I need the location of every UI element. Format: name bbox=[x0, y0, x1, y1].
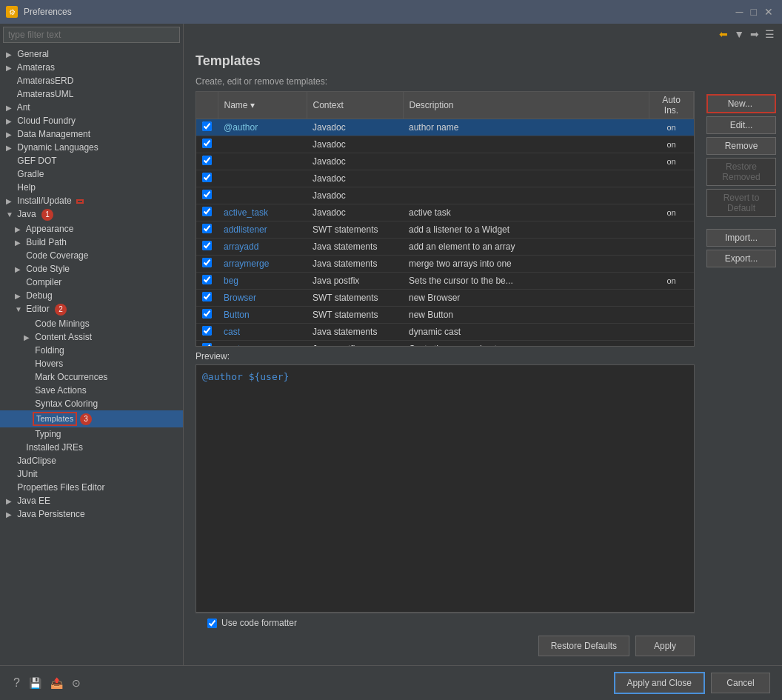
sidebar-item-syntaxcoloring[interactable]: Syntax Coloring bbox=[0, 397, 183, 410]
sidebar-item-help[interactable]: Help bbox=[0, 181, 183, 194]
code-formatter-checkbox-label[interactable]: Use code formatter bbox=[207, 618, 297, 628]
new-button[interactable]: New... bbox=[706, 94, 776, 113]
table-row[interactable]: arrayadd Java statements add an element … bbox=[196, 239, 694, 256]
maximize-button[interactable]: □ bbox=[748, 4, 760, 19]
back-dropdown-button[interactable]: ▼ bbox=[732, 27, 746, 41]
row-checkbox-cell[interactable] bbox=[196, 153, 218, 170]
table-row[interactable]: Javadoc on bbox=[196, 153, 694, 170]
table-row[interactable]: @author Javadoc author name on bbox=[196, 119, 694, 136]
row-checkbox-cell[interactable] bbox=[196, 324, 218, 341]
row-checkbox-cell[interactable] bbox=[196, 307, 218, 324]
row-checkbox[interactable] bbox=[202, 241, 212, 250]
row-checkbox[interactable] bbox=[202, 121, 212, 131]
sidebar-item-codeminings[interactable]: Code Minings bbox=[0, 317, 183, 330]
sidebar-item-javapersistence[interactable]: ▶ Java Persistence bbox=[0, 507, 183, 521]
sidebar-item-codecoverage[interactable]: Code Coverage bbox=[0, 249, 183, 262]
row-checkbox-cell[interactable] bbox=[196, 290, 218, 307]
sidebar-item-ant[interactable]: ▶ Ant bbox=[0, 101, 183, 114]
table-row[interactable]: cast Java statements dynamic cast bbox=[196, 324, 694, 341]
row-checkbox-cell[interactable] bbox=[196, 119, 218, 136]
row-checkbox-cell[interactable] bbox=[196, 221, 218, 239]
sidebar-item-contentassist[interactable]: ▶ Content Assist bbox=[0, 330, 183, 344]
table-row[interactable]: cast Java postfix Casts the expression t… bbox=[196, 341, 694, 347]
row-checkbox[interactable] bbox=[202, 207, 212, 216]
sidebar-item-debug[interactable]: ▶ Debug bbox=[0, 289, 183, 302]
edit-button[interactable]: Edit... bbox=[706, 116, 776, 134]
col-header-description[interactable]: Description bbox=[403, 92, 649, 119]
restore-defaults-button[interactable]: Restore Defaults bbox=[538, 636, 629, 656]
sidebar-item-amaterasuml[interactable]: AmaterasUML bbox=[0, 87, 183, 101]
row-checkbox-cell[interactable] bbox=[196, 170, 218, 187]
col-header-check[interactable] bbox=[196, 92, 218, 119]
apply-button[interactable]: Apply bbox=[635, 636, 695, 656]
cancel-button[interactable]: Cancel bbox=[711, 673, 770, 693]
table-row[interactable]: Javadoc bbox=[196, 170, 694, 187]
remove-button[interactable]: Remove bbox=[706, 137, 776, 155]
table-row[interactable]: Javadoc on bbox=[196, 136, 694, 153]
import-button[interactable]: Import... bbox=[706, 229, 776, 247]
table-row[interactable]: addlistener SWT statements add a listene… bbox=[196, 221, 694, 239]
row-checkbox[interactable] bbox=[202, 258, 212, 267]
sidebar-item-hovers[interactable]: Hovers bbox=[0, 357, 183, 370]
sidebar-item-jadclipse[interactable]: JadClipse bbox=[0, 454, 183, 467]
apply-and-close-button[interactable]: Apply and Close bbox=[614, 672, 705, 694]
table-row[interactable]: Button SWT statements new Button bbox=[196, 307, 694, 324]
row-checkbox[interactable] bbox=[202, 173, 212, 182]
table-row[interactable]: Browser SWT statements new Browser bbox=[196, 290, 694, 307]
table-row[interactable]: beg Java postfix Sets the cursor to the … bbox=[196, 273, 694, 290]
sidebar-item-appearance[interactable]: ▶ Appearance bbox=[0, 222, 183, 236]
minimize-button[interactable]: ─ bbox=[733, 4, 746, 19]
forward-button[interactable]: ➡ bbox=[749, 27, 761, 41]
sidebar-item-installedjres[interactable]: Installed JREs bbox=[0, 441, 183, 454]
table-row[interactable]: Javadoc bbox=[196, 187, 694, 204]
sidebar-item-folding[interactable]: Folding bbox=[0, 344, 183, 357]
row-checkbox[interactable] bbox=[202, 139, 212, 148]
row-checkbox-cell[interactable] bbox=[196, 136, 218, 153]
sidebar-item-gefdot[interactable]: GEF DOT bbox=[0, 154, 183, 167]
export-icon-button[interactable]: 📤 bbox=[49, 676, 64, 690]
sidebar-item-javaee[interactable]: ▶ Java EE bbox=[0, 494, 183, 507]
sidebar-item-cloudfoundry[interactable]: ▶ Cloud Foundry bbox=[0, 114, 183, 127]
row-checkbox[interactable] bbox=[202, 309, 212, 319]
table-row[interactable]: active_task Javadoc active task on bbox=[196, 204, 694, 221]
row-checkbox-cell[interactable] bbox=[196, 187, 218, 204]
row-checkbox[interactable] bbox=[202, 275, 212, 284]
close-button[interactable]: ✕ bbox=[761, 4, 776, 19]
sidebar-item-buildpath[interactable]: ▶ Build Path bbox=[0, 236, 183, 249]
row-checkbox-cell[interactable] bbox=[196, 204, 218, 221]
restore-removed-button[interactable]: Restore Removed bbox=[706, 158, 776, 186]
sidebar-item-templates[interactable]: Templates 3 bbox=[0, 410, 183, 427]
sidebar-item-junit[interactable]: JUnit bbox=[0, 467, 183, 481]
tree-container[interactable]: ▶ General ▶ Amateras AmaterasERD Amatera… bbox=[0, 46, 183, 665]
export-button[interactable]: Export... bbox=[706, 250, 776, 267]
row-checkbox-cell[interactable] bbox=[196, 256, 218, 273]
row-checkbox-cell[interactable] bbox=[196, 239, 218, 256]
sidebar-item-editor[interactable]: ▼ Editor 2 bbox=[0, 302, 183, 317]
sidebar-item-codestyle[interactable]: ▶ Code Style bbox=[0, 262, 183, 276]
templates-table-container[interactable]: Name ▾ Context Description Auto Ins. @au… bbox=[196, 91, 695, 347]
back-button[interactable]: ⬅ bbox=[718, 27, 729, 41]
col-header-context[interactable]: Context bbox=[307, 92, 403, 119]
menu-button[interactable]: ☰ bbox=[763, 27, 776, 41]
sidebar-item-dynamiclang[interactable]: ▶ Dynamic Languages bbox=[0, 141, 183, 154]
filter-input[interactable] bbox=[3, 27, 180, 43]
sidebar-item-amateraserd[interactable]: AmaterasERD bbox=[0, 74, 183, 87]
sidebar-item-installupdate[interactable]: ▶ Install/Update bbox=[0, 194, 183, 207]
code-formatter-checkbox[interactable] bbox=[207, 619, 217, 628]
sidebar-item-gradle[interactable]: Gradle bbox=[0, 167, 183, 181]
row-checkbox[interactable] bbox=[202, 190, 212, 199]
help-icon-button[interactable]: ? bbox=[12, 675, 21, 691]
sidebar-item-general[interactable]: ▶ General bbox=[0, 47, 183, 61]
col-header-auto[interactable]: Auto Ins. bbox=[649, 92, 694, 119]
save-icon-button[interactable]: 💾 bbox=[27, 676, 43, 690]
revert-to-default-button[interactable]: Revert to Default bbox=[706, 189, 776, 217]
sidebar-item-typing[interactable]: Typing bbox=[0, 427, 183, 441]
row-checkbox[interactable] bbox=[202, 224, 212, 233]
sidebar-item-datamanagement[interactable]: ▶ Data Management bbox=[0, 127, 183, 141]
row-checkbox[interactable] bbox=[202, 292, 212, 301]
row-checkbox[interactable] bbox=[202, 326, 212, 336]
sidebar-item-compiler[interactable]: Compiler bbox=[0, 276, 183, 289]
sidebar-item-markoccurrences[interactable]: Mark Occurrences bbox=[0, 370, 183, 384]
table-row[interactable]: arraymerge Java statements merge two arr… bbox=[196, 256, 694, 273]
row-checkbox[interactable] bbox=[202, 156, 212, 165]
